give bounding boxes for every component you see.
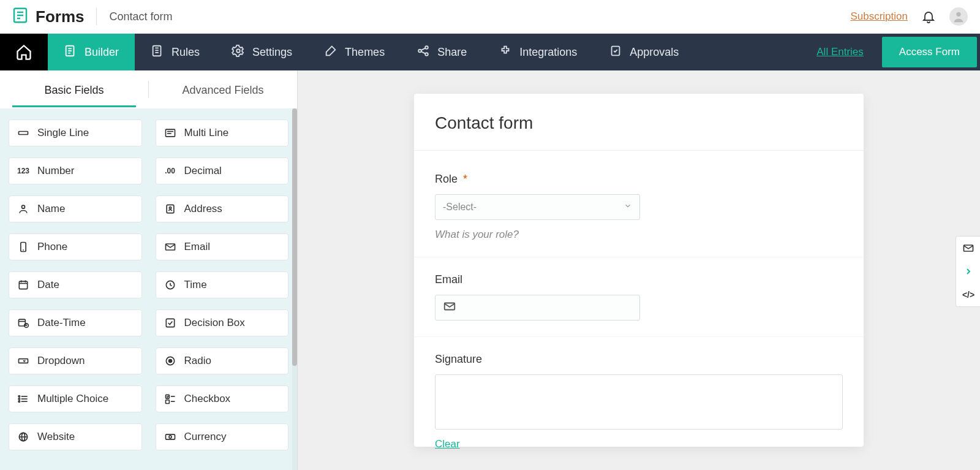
rail-collapse-icon[interactable] [956, 260, 980, 283]
field-multi-line[interactable]: Multi Line [156, 119, 289, 146]
svg-rect-24 [19, 281, 27, 289]
address-icon [164, 202, 177, 216]
field-date[interactable]: Date [9, 271, 142, 298]
svg-point-4 [956, 12, 960, 17]
field-address[interactable]: Address [156, 195, 289, 222]
email-input[interactable] [435, 295, 640, 320]
form-canvas: Contact form Role * -Select- What is you… [298, 70, 980, 470]
themes-icon [324, 44, 337, 61]
email-icon [164, 240, 177, 254]
field-decimal[interactable]: .00Decimal [156, 157, 289, 184]
field-label: Email [184, 241, 211, 253]
nav-rules[interactable]: Rules [135, 34, 216, 70]
tab-basic-fields[interactable]: Basic Fields [0, 73, 148, 107]
nav-settings[interactable]: Settings [216, 34, 308, 70]
field-website[interactable]: Website [9, 423, 142, 450]
signature-pad[interactable] [435, 374, 843, 430]
field-time[interactable]: Time [156, 271, 289, 298]
svg-point-39 [18, 396, 20, 398]
sidebar-scrollbar[interactable] [292, 108, 297, 470]
field-name[interactable]: Name [9, 195, 142, 222]
field-multiple-choice[interactable]: Multiple Choice [9, 385, 142, 412]
multi-line-icon [164, 126, 177, 140]
nav-label: Approvals [630, 46, 679, 59]
brand-name: Forms [36, 7, 84, 26]
brand: Forms [11, 6, 84, 27]
date-time-icon [17, 316, 30, 330]
field-label: Website [37, 431, 75, 443]
chevron-down-icon [624, 202, 632, 213]
clear-signature-link[interactable]: Clear [435, 438, 460, 450]
rail-mail-icon[interactable] [956, 237, 980, 260]
field-email[interactable]: Email [156, 233, 289, 260]
nav-integrations[interactable]: Integrations [483, 34, 593, 70]
svg-rect-32 [166, 319, 174, 327]
field-label: Role * [435, 173, 843, 186]
settings-icon [232, 44, 245, 61]
svg-rect-14 [19, 132, 28, 135]
svg-point-35 [168, 360, 172, 363]
field-decision-box[interactable]: Decision Box [156, 309, 289, 336]
field-dropdown[interactable]: Dropdown [9, 347, 142, 374]
notification-bell-icon[interactable] [921, 9, 936, 24]
svg-point-40 [18, 398, 20, 400]
user-avatar-icon[interactable] [949, 7, 968, 26]
field-currency[interactable]: Currency [156, 423, 289, 450]
rail-code-icon[interactable]: </> [956, 283, 980, 306]
nav-label: Builder [85, 46, 119, 59]
form-body: Role * -Select- What is your role? Email [414, 151, 864, 470]
nav-home[interactable] [0, 34, 48, 70]
field-label: Multiple Choice [37, 393, 108, 405]
form-field-email[interactable]: Email [414, 257, 864, 337]
form-field-signature[interactable]: Signature Clear [414, 337, 864, 466]
required-mark: * [463, 173, 467, 185]
svg-point-18 [22, 205, 25, 208]
nav-label: Settings [252, 46, 292, 59]
field-label: Checkbox [184, 393, 231, 405]
field-number[interactable]: 123Number [9, 157, 142, 184]
nav-label: Share [437, 46, 467, 59]
field-single-line[interactable]: Single Line [9, 119, 142, 146]
share-icon [417, 44, 430, 61]
field-tabs: Basic Fields Advanced Fields [0, 70, 297, 108]
access-form-button[interactable]: Access Form [882, 37, 977, 67]
nav-themes[interactable]: Themes [308, 34, 401, 70]
single-line-icon [17, 126, 30, 140]
nav-builder[interactable]: Builder [48, 34, 135, 70]
nav-label: Rules [172, 46, 200, 59]
nav-share[interactable]: Share [401, 34, 483, 70]
integrations-icon [499, 44, 512, 61]
subscription-link[interactable]: Subscription [850, 10, 908, 23]
tab-advanced-fields[interactable]: Advanced Fields [149, 73, 297, 107]
field-label: Phone [37, 241, 67, 253]
field-checkbox[interactable]: Checkbox [156, 385, 289, 412]
svg-point-41 [18, 401, 20, 403]
select-placeholder: -Select- [443, 202, 477, 213]
number-icon: 123 [17, 164, 30, 178]
builder-icon [64, 44, 77, 61]
currency-icon [164, 430, 177, 444]
form-field-role[interactable]: Role * -Select- What is your role? [414, 157, 864, 257]
role-select[interactable]: -Select- [435, 194, 640, 220]
form-title[interactable]: Contact form [414, 94, 864, 151]
divider [96, 8, 97, 25]
nav-label: Integrations [519, 46, 577, 59]
field-label: Time [184, 279, 207, 291]
field-label: Address [184, 203, 222, 215]
forms-logo-icon [11, 6, 29, 27]
date-icon [17, 278, 30, 292]
navbar: Builder Rules Settings Themes Share Inte… [0, 34, 980, 70]
phone-icon [17, 240, 30, 254]
field-phone[interactable]: Phone [9, 233, 142, 260]
radio-icon [164, 354, 177, 368]
topbar: Forms Contact form Subscription [0, 0, 980, 34]
field-label: Single Line [37, 127, 89, 139]
field-date-time[interactable]: Date-Time [9, 309, 142, 336]
nav-approvals[interactable]: Approvals [593, 34, 695, 70]
all-entries-link[interactable]: All Entries [816, 46, 864, 58]
svg-line-12 [421, 51, 425, 53]
main: Basic Fields Advanced Fields Single Line… [0, 70, 980, 470]
field-label: Email [435, 273, 843, 286]
field-label: Date [37, 279, 59, 291]
field-radio[interactable]: Radio [156, 347, 289, 374]
